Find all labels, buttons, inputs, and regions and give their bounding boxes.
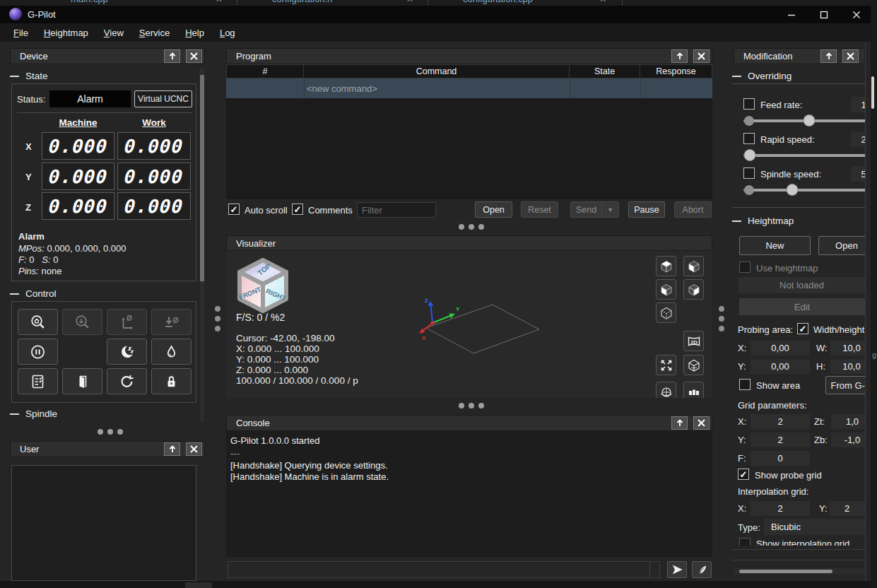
console-panel-close-button[interactable] — [693, 416, 710, 430]
console-log[interactable]: G-Pilot 1.0.0.0 started --- [Handshake] … — [226, 431, 712, 557]
state-group-label[interactable]: State — [10, 71, 48, 81]
user-panel-close-button[interactable] — [186, 442, 202, 456]
column-header-number[interactable]: # — [226, 64, 304, 78]
device-select-button[interactable]: Virtual UCNC — [134, 90, 192, 107]
splitter-handle[interactable] — [459, 403, 484, 408]
feed-rate-slider-handle[interactable] — [804, 114, 816, 127]
feed-rate-checkbox[interactable] — [743, 98, 755, 110]
sleep-button[interactable] — [107, 339, 147, 365]
heightmap-edit-button[interactable]: Edit — [739, 298, 865, 315]
z-probe-search-button[interactable] — [62, 309, 102, 335]
view-isometric-button[interactable] — [656, 302, 676, 323]
open-button[interactable]: Open — [475, 201, 512, 218]
interp-type-select[interactable]: Bicubic — [764, 519, 865, 535]
reset-program-button[interactable]: Reset — [521, 201, 558, 218]
machine-column-header[interactable]: Machine — [42, 117, 114, 128]
orientation-cube[interactable]: TOP FRONT RIGHT — [232, 254, 294, 317]
zero-z-button[interactable]: Ø — [151, 309, 192, 335]
view-top-button[interactable] — [656, 256, 676, 276]
use-heightmap-checkbox[interactable] — [739, 261, 751, 273]
new-command-cell[interactable]: <new command> — [307, 83, 377, 94]
menu-log[interactable]: Log — [212, 25, 243, 41]
show-probe-grid-checkbox[interactable]: ✓ — [738, 469, 749, 480]
console-send-button[interactable] — [667, 561, 687, 578]
splitter-handle-left[interactable] — [215, 306, 220, 331]
grid-x-field[interactable]: 2 — [751, 414, 810, 429]
rapid-speed-slider-handle[interactable] — [743, 149, 755, 161]
splitter-handle-right[interactable] — [719, 306, 724, 331]
width-height-checkbox[interactable]: ✓ — [797, 323, 808, 334]
device-panel-float-button[interactable] — [164, 49, 180, 63]
heightmap-open-button[interactable]: Open — [818, 236, 865, 255]
view-left-button[interactable] — [656, 279, 676, 300]
menu-file[interactable]: File — [6, 25, 36, 41]
view-right-button[interactable] — [683, 279, 704, 300]
pause-button[interactable] — [18, 339, 58, 365]
maximize-button[interactable] — [808, 6, 840, 23]
rapid-speed-checkbox[interactable] — [743, 133, 755, 144]
spindle-speed-slider[interactable] — [743, 184, 865, 196]
column-header-state[interactable]: State — [569, 64, 640, 78]
visualizer-viewport[interactable]: TOP FRONT RIGHT F/S: 0 / %2 Cursor: -42.… — [226, 251, 712, 398]
splitter-handle[interactable] — [98, 429, 123, 435]
console-panel-float-button[interactable] — [671, 416, 688, 430]
menu-view[interactable]: View — [96, 25, 131, 41]
spindle-speed-slider-handle[interactable] — [786, 184, 798, 196]
modification-hscrollbar-thumb[interactable] — [739, 570, 832, 573]
interp-y-field[interactable]: 2 — [829, 501, 865, 516]
feed-rate-slider[interactable] — [743, 114, 865, 127]
work-column-header[interactable]: Work — [117, 117, 191, 128]
probe-y-field[interactable]: 0,00 — [751, 359, 810, 374]
view-front-button[interactable] — [683, 256, 704, 276]
settings-check-button[interactable] — [18, 368, 58, 394]
column-header-command[interactable]: Command — [303, 64, 570, 78]
console-command-input[interactable] — [228, 561, 660, 578]
probe-x-field[interactable]: 0,00 — [751, 341, 810, 355]
heightmap-group-label[interactable]: Heightmap — [732, 216, 794, 226]
send-dropdown-button[interactable]: ▾ — [601, 201, 619, 218]
show-interpolation-grid-checkbox[interactable] — [739, 538, 751, 546]
device-scrollbar-thumb[interactable] — [200, 75, 204, 281]
blocks-view-button[interactable] — [683, 382, 704, 398]
fit-view-button[interactable] — [656, 355, 676, 375]
door-button[interactable] — [62, 368, 102, 394]
spindle-speed-value[interactable]: 5 — [851, 166, 865, 182]
reset-button[interactable] — [107, 368, 147, 394]
minimize-button[interactable] — [776, 6, 807, 23]
probe-w-field[interactable]: 10,0 — [830, 341, 865, 355]
comments-checkbox[interactable]: ✓ — [292, 204, 303, 215]
column-header-response[interactable]: Response — [640, 64, 712, 78]
coolant-button[interactable] — [151, 339, 192, 365]
zero-xy-button[interactable]: Ø — [107, 309, 147, 335]
rotate-view-button[interactable] — [656, 382, 676, 398]
pause-program-button[interactable]: Pause — [628, 201, 665, 218]
send-button[interactable]: Send — [570, 201, 602, 218]
menu-heightmap[interactable]: Heightmap — [36, 25, 96, 41]
grid-f-field[interactable]: 0 — [751, 451, 810, 466]
modification-panel-float-button[interactable] — [820, 49, 837, 63]
menu-service[interactable]: Service — [131, 25, 177, 41]
from-gcode-button[interactable]: From G-c — [825, 376, 865, 394]
filter-input[interactable] — [357, 202, 436, 218]
heightmap-new-button[interactable]: New — [739, 236, 811, 255]
autoscroll-checkbox[interactable]: ✓ — [228, 204, 240, 215]
spindle-speed-checkbox[interactable] — [743, 167, 755, 179]
close-button[interactable] — [841, 6, 872, 23]
program-panel-float-button[interactable] — [671, 49, 688, 63]
device-panel-close-button[interactable] — [186, 49, 202, 63]
home-search-button[interactable] — [18, 309, 58, 335]
console-clear-button[interactable] — [692, 561, 712, 578]
interp-x-field[interactable]: 2 — [751, 501, 810, 516]
control-group-label[interactable]: Control — [10, 288, 57, 299]
view-3d-button[interactable] — [683, 355, 704, 375]
rapid-speed-value[interactable]: 2 — [851, 131, 865, 147]
user-panel-float-button[interactable] — [164, 442, 180, 456]
grid-zb-field[interactable]: -1,0 — [831, 433, 865, 447]
rapid-speed-slider[interactable] — [743, 149, 865, 162]
program-panel-close-button[interactable] — [693, 49, 710, 63]
overriding-group-label[interactable]: Overriding — [732, 71, 791, 81]
feed-rate-value[interactable]: 1 — [851, 97, 865, 112]
probe-h-field[interactable]: 10,0 — [830, 359, 865, 374]
grid-y-field[interactable]: 2 — [751, 433, 810, 447]
abort-button[interactable]: Abort — [674, 201, 712, 218]
